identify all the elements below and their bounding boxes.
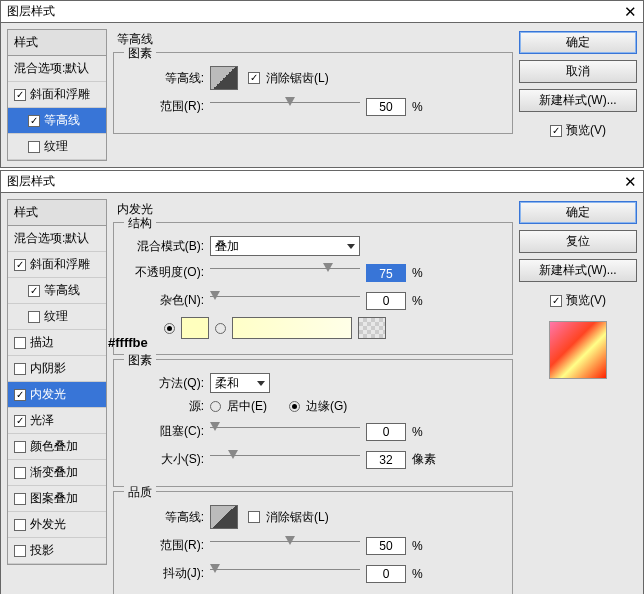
- transparency-preview: [358, 317, 386, 339]
- preview-checkbox[interactable]: [550, 295, 562, 307]
- style-contour[interactable]: 等高线: [8, 278, 106, 304]
- new-style-button[interactable]: 新建样式(W)...: [519, 259, 637, 282]
- styles-header: 样式: [8, 30, 106, 56]
- jitter-slider[interactable]: [210, 569, 360, 585]
- preview-label: 预览(V): [566, 292, 606, 309]
- reset-button[interactable]: 复位: [519, 230, 637, 253]
- method-dropdown[interactable]: 柔和: [210, 373, 270, 393]
- gradient-radio[interactable]: [215, 323, 226, 334]
- styles-list: 样式 混合选项:默认 斜面和浮雕 等高线 纹理 描边 内阴影 内发光 光泽 颜色…: [7, 199, 107, 565]
- layer-style-dialog-1: 图层样式 ✕ 样式 混合选项:默认 斜面和浮雕 等高线 纹理 等高线 图素 等高…: [0, 0, 644, 168]
- contour-swatch[interactable]: [210, 66, 238, 90]
- style-texture[interactable]: 纹理: [8, 134, 106, 160]
- checkbox-icon[interactable]: [14, 415, 26, 427]
- cancel-button[interactable]: 取消: [519, 60, 637, 83]
- style-inner-shadow[interactable]: 内阴影: [8, 356, 106, 382]
- close-icon[interactable]: ✕: [624, 3, 637, 21]
- noise-slider[interactable]: [210, 296, 360, 312]
- style-bevel[interactable]: 斜面和浮雕: [8, 252, 106, 278]
- preview-thumbnail: [549, 321, 607, 379]
- structure-group: 结构 混合模式(B): 叠加 不透明度(O): 75 % 杂色(N): 0 %: [113, 222, 513, 355]
- buttons-panel: 确定 复位 新建样式(W)... 预览(V): [519, 199, 637, 385]
- checkbox-icon[interactable]: [14, 259, 26, 271]
- opacity-slider[interactable]: [210, 268, 360, 284]
- ok-button[interactable]: 确定: [519, 201, 637, 224]
- range-slider[interactable]: [210, 541, 360, 557]
- blendmode-label: 混合模式(B):: [124, 238, 204, 255]
- settings-panel: 等高线 图素 等高线: 消除锯齿(L) 范围(R): 50 %: [113, 29, 513, 138]
- style-drop-shadow[interactable]: 投影: [8, 538, 106, 564]
- opacity-label: 不透明度(O):: [124, 264, 204, 281]
- quality-group: 品质 等高线: 消除锯齿(L) 范围(R): 50 % 抖动(J): 0: [113, 491, 513, 594]
- blend-options-row[interactable]: 混合选项:默认: [8, 226, 106, 252]
- blend-options-row[interactable]: 混合选项:默认: [8, 56, 106, 82]
- style-inner-glow[interactable]: 内发光: [8, 382, 106, 408]
- close-icon[interactable]: ✕: [624, 173, 637, 191]
- contour-label: 等高线:: [124, 70, 204, 87]
- styles-list: 样式 混合选项:默认 斜面和浮雕 等高线 纹理: [7, 29, 107, 161]
- checkbox-icon[interactable]: [14, 389, 26, 401]
- new-style-button[interactable]: 新建样式(W)...: [519, 89, 637, 112]
- antialias-label: 消除锯齿(L): [266, 509, 329, 526]
- jitter-input[interactable]: 0: [366, 565, 406, 583]
- titlebar: 图层样式 ✕: [1, 1, 643, 23]
- ok-button[interactable]: 确定: [519, 31, 637, 54]
- method-label: 方法(Q):: [124, 375, 204, 392]
- range-slider[interactable]: [210, 102, 360, 118]
- checkbox-icon[interactable]: [28, 311, 40, 323]
- checkbox-icon[interactable]: [14, 89, 26, 101]
- size-slider[interactable]: [210, 455, 360, 471]
- dialog-title: 图层样式: [7, 173, 55, 190]
- antialias-checkbox[interactable]: [248, 511, 260, 523]
- range-input[interactable]: 50: [366, 98, 406, 116]
- jitter-label: 抖动(J):: [124, 565, 204, 582]
- style-bevel[interactable]: 斜面和浮雕: [8, 82, 106, 108]
- style-outer-glow[interactable]: 外发光: [8, 512, 106, 538]
- titlebar: 图层样式 ✕: [1, 171, 643, 193]
- noise-input[interactable]: 0: [366, 292, 406, 310]
- source-center-radio[interactable]: [210, 401, 221, 412]
- style-stroke[interactable]: 描边: [8, 330, 106, 356]
- checkbox-icon[interactable]: [14, 545, 26, 557]
- range-input[interactable]: 50: [366, 537, 406, 555]
- group-legend: 图素: [124, 352, 156, 369]
- style-contour[interactable]: 等高线: [8, 108, 106, 134]
- size-input[interactable]: 32: [366, 451, 406, 469]
- style-gradient-overlay[interactable]: 渐变叠加: [8, 460, 106, 486]
- gradient-swatch[interactable]: [232, 317, 352, 339]
- choke-input[interactable]: 0: [366, 423, 406, 441]
- checkbox-icon[interactable]: [14, 493, 26, 505]
- opacity-input[interactable]: 75: [366, 264, 406, 282]
- choke-slider[interactable]: [210, 427, 360, 443]
- contour-swatch[interactable]: [210, 505, 238, 529]
- blendmode-dropdown[interactable]: 叠加: [210, 236, 360, 256]
- checkbox-icon[interactable]: [14, 467, 26, 479]
- dialog-title: 图层样式: [7, 3, 55, 20]
- styles-header: 样式: [8, 200, 106, 226]
- source-edge-radio[interactable]: [289, 401, 300, 412]
- noise-label: 杂色(N):: [124, 292, 204, 309]
- preview-checkbox[interactable]: [550, 125, 562, 137]
- style-pattern-overlay[interactable]: 图案叠加: [8, 486, 106, 512]
- settings-panel: 内发光 结构 混合模式(B): 叠加 不透明度(O): 75 % 杂色(N): …: [113, 199, 513, 594]
- checkbox-icon[interactable]: [14, 337, 26, 349]
- color-radio[interactable]: [164, 323, 175, 334]
- group-legend: 图素: [124, 45, 156, 62]
- checkbox-icon[interactable]: [28, 115, 40, 127]
- group-legend: 结构: [124, 215, 156, 232]
- elements-group: 图素 方法(Q): 柔和 源: 居中(E) 边缘(G) 阻塞(C): 0: [113, 359, 513, 487]
- style-texture[interactable]: 纹理: [8, 304, 106, 330]
- checkbox-icon[interactable]: [14, 519, 26, 531]
- checkbox-icon[interactable]: [14, 441, 26, 453]
- checkbox-icon[interactable]: [28, 141, 40, 153]
- source-label: 源:: [124, 398, 204, 415]
- style-color-overlay[interactable]: 颜色叠加: [8, 434, 106, 460]
- color-swatch[interactable]: [181, 317, 209, 339]
- range-label: 范围(R):: [124, 537, 204, 554]
- antialias-checkbox[interactable]: [248, 72, 260, 84]
- checkbox-icon[interactable]: [28, 285, 40, 297]
- unit-percent: %: [412, 266, 438, 280]
- section-title: 等高线: [117, 31, 513, 48]
- style-satin[interactable]: 光泽: [8, 408, 106, 434]
- checkbox-icon[interactable]: [14, 363, 26, 375]
